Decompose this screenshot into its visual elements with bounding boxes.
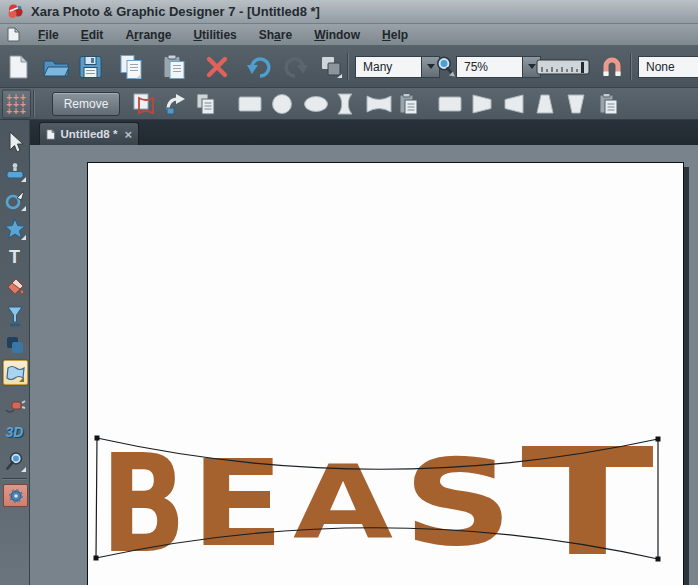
menu-share[interactable]: Share <box>249 26 302 44</box>
beast-word[interactable]: B E A S T <box>101 417 654 585</box>
overlapping-squares-icon <box>318 54 344 80</box>
beast-letter[interactable]: A <box>293 443 393 562</box>
remove-mould-button[interactable]: Remove <box>52 92 120 116</box>
snap-to-grid-button[interactable]: +++ +++ +++ <box>2 89 31 118</box>
zoom-slider[interactable] <box>536 58 590 76</box>
toolbox-separator <box>2 478 27 479</box>
magnet-icon <box>600 55 624 79</box>
copy-mould-button[interactable] <box>195 92 217 116</box>
paste-envelope-icon <box>398 92 420 116</box>
quickshape-tool[interactable] <box>0 215 29 242</box>
banner-envelope-icon <box>366 94 392 114</box>
rotate-mould-button[interactable] <box>163 92 187 116</box>
tab-untitled8[interactable]: Untitled8 * × <box>39 122 139 145</box>
default-envelope-icon <box>132 92 156 116</box>
feather-dropdown[interactable]: None <box>638 56 698 78</box>
paste-perspective-button[interactable] <box>598 92 620 116</box>
save-button[interactable] <box>78 54 103 79</box>
menu-arrange[interactable]: Arrange <box>115 26 181 44</box>
rectangle-envelope-icon <box>238 95 262 113</box>
mnemonic: U <box>193 28 202 42</box>
delete-x-icon <box>205 55 229 79</box>
beast-envelope-object: B E A S T <box>88 163 683 585</box>
menu-window[interactable]: Window <box>304 26 370 44</box>
snap-to-objects-button[interactable] <box>600 55 624 79</box>
zoom-level-dropdown[interactable]: 75% <box>456 56 541 78</box>
copy-button[interactable] <box>118 53 145 80</box>
undo-arrow-icon <box>246 55 272 79</box>
shadow-tool[interactable] <box>0 331 29 358</box>
mnemonic: H <box>382 28 391 42</box>
document-icon <box>46 128 56 141</box>
zoom-level-value[interactable]: 75% <box>456 56 522 78</box>
beast-letter[interactable]: S <box>403 433 513 572</box>
envelope-rectangular-button[interactable] <box>238 95 262 113</box>
menu-utilities[interactable]: Utilities <box>183 26 246 44</box>
undo-button[interactable] <box>246 55 272 79</box>
page[interactable]: B E A S T <box>87 162 684 585</box>
paste-clipboard-icon <box>161 53 188 80</box>
perspective-rectangular-button[interactable] <box>438 95 462 113</box>
beast-letter[interactable]: T <box>521 417 654 585</box>
shadow-squares-icon <box>4 334 26 356</box>
envelope-handle-top-right[interactable] <box>656 437 661 442</box>
selection-dropdown[interactable]: Many <box>355 56 440 78</box>
redo-button[interactable] <box>283 55 309 79</box>
text-tool-icon: T <box>9 247 20 268</box>
extrude-3d-icon: 3D <box>6 424 24 440</box>
title-bar: Xara Photo & Graphic Designer 7 - [Untit… <box>0 0 698 24</box>
left-perspective-icon <box>503 94 525 114</box>
paste-button[interactable] <box>161 53 188 80</box>
chevron-down-icon <box>528 64 536 69</box>
beast-letter[interactable]: E <box>191 434 284 573</box>
arrange-objects-button[interactable] <box>318 54 344 80</box>
top-perspective-icon <box>535 93 555 115</box>
mould-tool[interactable] <box>3 360 28 385</box>
plug-icon <box>4 394 26 416</box>
new-button[interactable] <box>6 54 30 80</box>
envelope-circular-button[interactable] <box>271 93 293 115</box>
envelope-banner-button[interactable] <box>366 94 392 114</box>
envelope-handle-bottom-right[interactable] <box>656 557 661 562</box>
selection-dropdown-value[interactable]: Many <box>355 56 421 78</box>
menu-help[interactable]: Help <box>372 26 418 44</box>
shape-tool[interactable] <box>0 186 29 213</box>
fill-tool[interactable] <box>0 273 29 300</box>
magnifier-icon <box>433 54 458 79</box>
paste-envelope-button[interactable] <box>398 92 420 116</box>
gear-icon <box>8 488 24 504</box>
tab-close-icon[interactable]: × <box>124 128 132 141</box>
extrude-3d-tool[interactable]: 3D <box>0 418 29 445</box>
perspective-bottom-button[interactable] <box>566 93 586 115</box>
menu-edit[interactable]: Edit <box>71 26 114 44</box>
open-button[interactable] <box>42 55 70 79</box>
feather-dropdown-value[interactable]: None <box>638 56 698 78</box>
selector-tool[interactable] <box>0 128 29 155</box>
default-envelope-button[interactable] <box>132 92 156 116</box>
flyout-indicator <box>21 206 26 211</box>
live-effects-tool[interactable] <box>0 391 29 418</box>
paint-tool[interactable] <box>0 157 29 184</box>
perspective-left-button[interactable] <box>503 94 525 114</box>
toolbar-separator <box>33 90 34 117</box>
ellipse-envelope-icon <box>303 95 329 113</box>
envelope-elliptical-button[interactable] <box>303 95 329 113</box>
envelope-handle-top-left[interactable] <box>95 436 100 441</box>
zoom-tool-button[interactable] <box>433 54 458 79</box>
rectangle-perspective-icon <box>438 95 462 113</box>
envelope-concave-button[interactable] <box>336 93 354 115</box>
text-tool[interactable]: T <box>0 244 29 271</box>
zoom-tool[interactable] <box>0 447 29 474</box>
window-title: Xara Photo & Graphic Designer 7 - [Untit… <box>31 4 320 19</box>
beast-letter[interactable]: B <box>101 426 186 583</box>
canvas-pasteboard[interactable]: B E A S T <box>30 145 698 585</box>
perspective-top-button[interactable] <box>535 93 555 115</box>
perspective-right-button[interactable] <box>471 94 493 114</box>
photo-tool[interactable] <box>3 484 28 507</box>
menu-file[interactable]: File <box>28 26 69 44</box>
envelope-handle-bottom-left[interactable] <box>94 556 99 561</box>
circle-envelope-icon <box>271 93 293 115</box>
transparency-tool[interactable] <box>0 302 29 329</box>
delete-button[interactable] <box>205 55 229 79</box>
mnemonic: W <box>314 28 325 42</box>
